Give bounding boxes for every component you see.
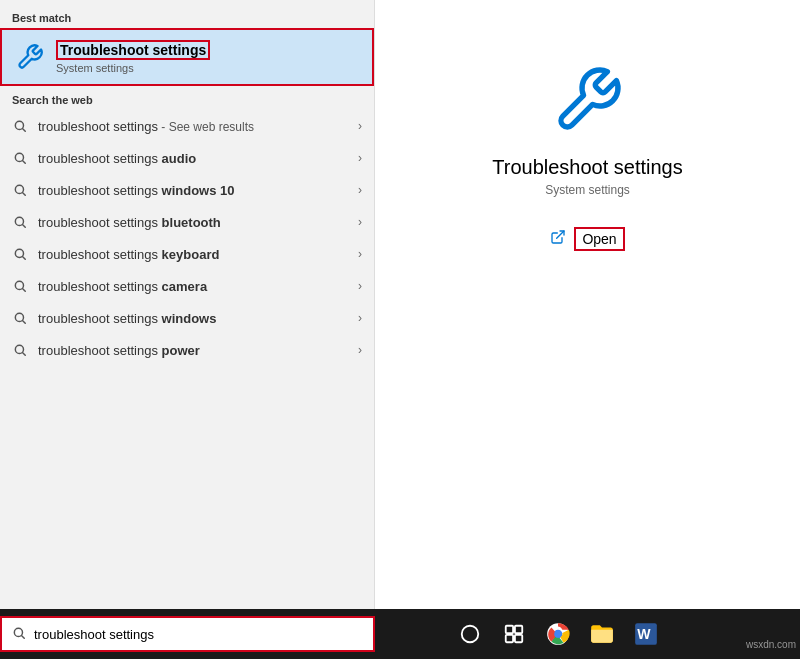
taskbar-circle-icon[interactable] [454, 618, 486, 650]
svg-rect-20 [505, 626, 512, 633]
result-text: troubleshoot settings keyboard [38, 247, 358, 262]
result-text: troubleshoot settings power [38, 343, 358, 358]
right-panel: Troubleshoot settings System settings Op… [375, 0, 800, 609]
best-match-item[interactable]: Troubleshoot settings System settings [0, 28, 374, 86]
list-item[interactable]: troubleshoot settings audio › [0, 142, 374, 174]
svg-line-7 [23, 225, 26, 228]
chevron-right-icon: › [358, 279, 362, 293]
list-item[interactable]: troubleshoot settings windows › [0, 302, 374, 334]
chevron-right-icon: › [358, 119, 362, 133]
result-text: troubleshoot settings - See web results [38, 119, 358, 134]
list-item[interactable]: troubleshoot settings power › [0, 334, 374, 366]
svg-rect-23 [514, 635, 521, 642]
result-text: troubleshoot settings camera [38, 279, 358, 294]
svg-line-5 [23, 193, 26, 196]
svg-rect-21 [514, 626, 521, 633]
svg-rect-22 [505, 635, 512, 642]
watermark: wsxdn.com [746, 639, 796, 650]
taskbar-word-icon[interactable]: W [630, 618, 662, 650]
search-results-list: troubleshoot settings - See web results … [0, 110, 374, 609]
taskbar-search-icon [12, 626, 26, 643]
open-external-icon [550, 229, 566, 249]
result-text: troubleshoot settings bluetooth [38, 215, 358, 230]
search-web-label: Search the web [0, 86, 374, 110]
list-item[interactable]: troubleshoot settings camera › [0, 270, 374, 302]
best-match-title: Troubleshoot settings [56, 40, 210, 60]
svg-line-16 [557, 231, 564, 238]
chevron-right-icon: › [358, 215, 362, 229]
search-icon [12, 278, 28, 294]
svg-line-1 [23, 129, 26, 132]
chevron-right-icon: › [358, 183, 362, 197]
best-match-section: Best match Troubleshoot settings System … [0, 0, 374, 86]
search-icon [12, 150, 28, 166]
open-button[interactable]: Open [574, 227, 624, 251]
best-match-subtitle: System settings [56, 62, 210, 74]
taskbar-chrome-icon[interactable] [542, 618, 574, 650]
list-item[interactable]: troubleshoot settings bluetooth › [0, 206, 374, 238]
list-item[interactable]: troubleshoot settings keyboard › [0, 238, 374, 270]
taskbar-search-box[interactable] [0, 616, 375, 652]
taskbar-search-input[interactable] [34, 627, 363, 642]
svg-line-3 [23, 161, 26, 164]
chevron-right-icon: › [358, 247, 362, 261]
result-text: troubleshoot settings windows [38, 311, 358, 326]
svg-point-26 [554, 630, 562, 638]
svg-line-13 [23, 321, 26, 324]
list-item[interactable]: troubleshoot settings windows 10 › [0, 174, 374, 206]
svg-line-11 [23, 289, 26, 292]
svg-point-19 [461, 626, 478, 643]
svg-line-18 [22, 635, 25, 638]
taskbar-icons: W [375, 618, 740, 650]
result-text: troubleshoot settings audio [38, 151, 358, 166]
taskbar: W wsxdn.com [0, 609, 800, 659]
search-icon [12, 342, 28, 358]
taskbar-taskview-icon[interactable] [498, 618, 530, 650]
left-panel: Best match Troubleshoot settings System … [0, 0, 375, 609]
search-icon [12, 214, 28, 230]
app-icon-large [548, 60, 628, 140]
search-icon [12, 246, 28, 262]
list-item[interactable]: troubleshoot settings - See web results … [0, 110, 374, 142]
best-match-text: Troubleshoot settings System settings [56, 40, 210, 74]
taskbar-explorer-icon[interactable] [586, 618, 618, 650]
wrench-icon [14, 41, 46, 73]
open-button-row: Open [550, 227, 624, 251]
chevron-right-icon: › [358, 343, 362, 357]
app-title: Troubleshoot settings [492, 156, 682, 179]
search-icon [12, 118, 28, 134]
search-icon [12, 310, 28, 326]
svg-line-15 [23, 353, 26, 356]
best-match-label: Best match [0, 8, 374, 28]
svg-text:W: W [637, 626, 651, 642]
svg-line-9 [23, 257, 26, 260]
chevron-right-icon: › [358, 151, 362, 165]
result-text: troubleshoot settings windows 10 [38, 183, 358, 198]
search-icon [12, 182, 28, 198]
app-subtitle: System settings [545, 183, 630, 197]
chevron-right-icon: › [358, 311, 362, 325]
